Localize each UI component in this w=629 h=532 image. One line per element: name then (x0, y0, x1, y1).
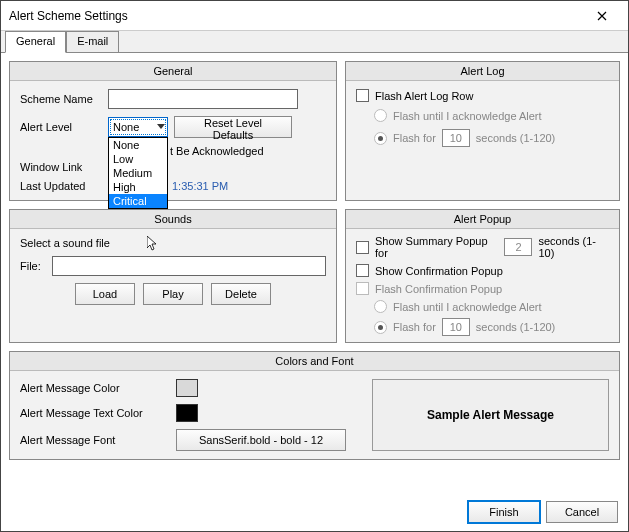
group-general-title: General (10, 62, 336, 81)
show-summary-seconds: seconds (1-10) (538, 235, 609, 259)
flash-for-seconds: seconds (1-120) (476, 132, 556, 144)
show-summary-input[interactable] (504, 238, 532, 256)
flash-for-radio[interactable] (374, 132, 387, 145)
tab-bar: General E-mail (1, 31, 628, 53)
flash-row-checkbox[interactable] (356, 89, 369, 102)
cancel-button[interactable]: Cancel (546, 501, 618, 523)
popup-flash-for-radio[interactable] (374, 321, 387, 334)
bottom-bar: Finish Cancel (1, 493, 628, 531)
select-sound-label: Select a sound file (20, 237, 110, 249)
group-sounds: Sounds Select a sound file File: Load Pl… (9, 209, 337, 343)
window-link-label: Window Link (20, 161, 102, 173)
flash-until-radio[interactable] (374, 109, 387, 122)
popup-flash-until-label: Flash until I acknowledge Alert (393, 301, 542, 313)
flash-for-input[interactable] (442, 129, 470, 147)
flash-row-label: Flash Alert Log Row (375, 90, 473, 102)
play-button[interactable]: Play (143, 283, 203, 305)
alert-level-label: Alert Level (20, 121, 102, 133)
group-general: General Scheme Name Alert Level None Non… (9, 61, 337, 201)
text-color-label: Alert Message Text Color (20, 407, 170, 419)
font-button[interactable]: SansSerif.bold - bold - 12 (176, 429, 346, 451)
popup-flash-until-radio[interactable] (374, 300, 387, 313)
group-sounds-title: Sounds (10, 210, 336, 229)
titlebar: Alert Scheme Settings (1, 1, 628, 31)
group-alert-popup-title: Alert Popup (346, 210, 619, 229)
text-color-swatch[interactable] (176, 404, 198, 422)
last-updated-label: Last Updated (20, 180, 102, 192)
reset-defaults-button[interactable]: Reset Level Defaults (174, 116, 292, 138)
alert-level-option-high[interactable]: High (109, 180, 167, 194)
tab-general[interactable]: General (5, 31, 66, 53)
must-ack-label: t Be Acknowledged (170, 145, 264, 157)
group-colors-font-title: Colors and Font (10, 352, 619, 371)
show-summary-checkbox[interactable] (356, 241, 369, 254)
close-button[interactable] (582, 3, 622, 29)
alert-level-option-low[interactable]: Low (109, 152, 167, 166)
group-alert-log: Alert Log Flash Alert Log Row Flash unti… (345, 61, 620, 201)
alert-level-dropdown: None Low Medium High Critical (108, 137, 168, 209)
alert-level-select[interactable]: None None Low Medium High Critical (108, 117, 168, 137)
alert-level-option-critical[interactable]: Critical (109, 194, 167, 208)
popup-flash-for-input[interactable] (442, 318, 470, 336)
alert-level-option-medium[interactable]: Medium (109, 166, 167, 180)
finish-button[interactable]: Finish (468, 501, 540, 523)
flash-confirmation-label: Flash Confirmation Popup (375, 283, 502, 295)
delete-button[interactable]: Delete (211, 283, 271, 305)
file-input[interactable] (52, 256, 326, 276)
tab-email[interactable]: E-mail (66, 31, 119, 53)
msg-color-label: Alert Message Color (20, 382, 170, 394)
group-alert-log-title: Alert Log (346, 62, 619, 81)
group-colors-font: Colors and Font Alert Message Color Aler… (9, 351, 620, 460)
file-label: File: (20, 260, 46, 272)
show-summary-label: Show Summary Popup for (375, 235, 498, 259)
sample-message-box: Sample Alert Message (372, 379, 609, 451)
alert-level-option-none[interactable]: None (109, 138, 167, 152)
close-icon (597, 11, 607, 21)
flash-confirmation-checkbox[interactable] (356, 282, 369, 295)
flash-for-label: Flash for (393, 132, 436, 144)
sample-message-text: Sample Alert Message (427, 408, 554, 422)
msg-color-swatch[interactable] (176, 379, 198, 397)
flash-until-label: Flash until I acknowledge Alert (393, 110, 542, 122)
scheme-name-input[interactable] (108, 89, 298, 109)
alert-level-selected: None (113, 121, 139, 133)
window-title: Alert Scheme Settings (9, 9, 582, 23)
font-label: Alert Message Font (20, 434, 170, 446)
show-confirmation-label: Show Confirmation Popup (375, 265, 503, 277)
popup-flash-for-seconds: seconds (1-120) (476, 321, 556, 333)
scheme-name-label: Scheme Name (20, 93, 102, 105)
show-confirmation-checkbox[interactable] (356, 264, 369, 277)
chevron-down-icon (157, 124, 165, 130)
load-button[interactable]: Load (75, 283, 135, 305)
last-updated-value: 1:35:31 PM (172, 180, 228, 192)
popup-flash-for-label: Flash for (393, 321, 436, 333)
group-alert-popup: Alert Popup Show Summary Popup for secon… (345, 209, 620, 343)
